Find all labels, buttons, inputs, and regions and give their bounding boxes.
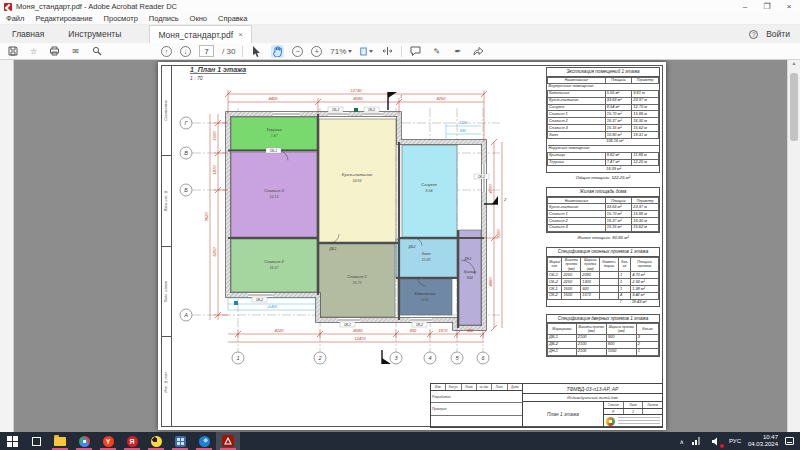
taskbar-photos-icon[interactable] (192, 432, 216, 450)
chevron-down-icon (369, 50, 373, 53)
zoom-in-button[interactable]: + (311, 46, 322, 57)
svg-text:9620: 9620 (204, 212, 209, 222)
svg-text:ОК-1: ОК-1 (344, 323, 351, 327)
volume-icon[interactable] (710, 435, 722, 447)
svg-text:1: 1 (400, 94, 402, 99)
close-button[interactable]: × (778, 0, 800, 13)
print-icon[interactable] (48, 45, 61, 58)
vertical-scrollbar[interactable]: ▲ (787, 60, 800, 432)
stamp-label: Инв. № подл. (164, 371, 168, 392)
taskbar: Y Я ∧ РУС 10:47 04.03.2024 (0, 432, 800, 450)
table-row: Кухня-гостиная33.63 м²23.97 м (548, 97, 659, 104)
save-icon[interactable] (6, 45, 19, 58)
table-row: Спальня 315.15 м²15.62 м (548, 224, 659, 231)
screen: Моня_стандарт.pdf - Adobe Acrobat Reader… (0, 0, 800, 450)
living-area-table: Жилая площадь дома Наименование Площадь … (546, 187, 660, 232)
task-view-button[interactable] (24, 432, 48, 450)
tab-tools[interactable]: Инструменты (56, 25, 133, 43)
start-button[interactable] (0, 432, 24, 450)
company-text (618, 417, 660, 426)
prev-page-button[interactable]: ↑ (161, 46, 172, 57)
stamp-label: Взам. инв. № (164, 190, 168, 211)
taskbar-yandex-icon[interactable]: Я (120, 432, 144, 450)
menu-window[interactable]: Окно (190, 14, 207, 23)
select-tool-icon[interactable] (250, 45, 263, 58)
table-row: Спальня 115.70 м²15.86 м (548, 211, 659, 218)
svg-text:2: 2 (317, 355, 321, 361)
svg-text:Санузел: Санузел (421, 182, 437, 187)
menu-view[interactable]: Просмотр (104, 14, 138, 23)
tray-chevron-icon[interactable]: ∧ (680, 438, 684, 445)
scrollbar-thumb[interactable] (790, 73, 798, 141)
table-row: Крыльцо8.62 м²11.88 м (548, 152, 659, 159)
zoom-out-button[interactable]: − (292, 46, 303, 57)
page-number-input[interactable]: 7 (199, 45, 214, 57)
fill-sign-icon[interactable]: ✒ (451, 45, 464, 58)
search-icon[interactable] (90, 45, 103, 58)
tab-close-icon[interactable]: × (238, 30, 243, 39)
comment-icon[interactable] (409, 45, 422, 58)
action-center-icon[interactable] (785, 437, 794, 445)
menu-sign[interactable]: Подпись (149, 14, 179, 23)
email-icon[interactable]: ✉ (69, 45, 82, 58)
svg-text:ДН-1: ДН-1 (464, 257, 472, 261)
taskbar-calculator-icon[interactable] (168, 432, 192, 450)
svg-text:12730: 12730 (350, 88, 362, 93)
tab-document[interactable]: Моня_стандарт.pdf × (149, 25, 251, 43)
svg-text:ОК-2: ОК-2 (368, 108, 375, 112)
explication-table: Экспликация помещений 1 этажа Наименован… (546, 67, 660, 173)
table-row: Спальня 216.37 м²16.30 м (548, 118, 659, 125)
scroll-up-icon[interactable]: ▲ (792, 60, 797, 66)
minimize-button[interactable]: – (734, 0, 756, 13)
svg-text:4220: 4220 (275, 328, 285, 333)
maximize-button[interactable]: ❐ (756, 0, 778, 13)
svg-text:А: А (183, 312, 188, 318)
svg-text:4250: 4250 (437, 96, 447, 101)
taskbar-explorer-icon[interactable] (48, 432, 72, 450)
menu-help[interactable]: Справка (218, 14, 247, 23)
svg-text:16.37: 16.37 (270, 266, 280, 270)
menu-file[interactable]: Файл (6, 14, 24, 23)
svg-text:Спальня 3: Спальня 3 (264, 188, 284, 193)
hand-tool-icon[interactable] (271, 45, 284, 58)
svg-text:8.62: 8.62 (467, 276, 473, 280)
page-view-icon[interactable] (360, 45, 373, 58)
clock[interactable]: 10:47 04.03.2024 (748, 434, 778, 448)
help-icon[interactable]: ? (749, 30, 758, 39)
chevron-down-icon (348, 50, 352, 53)
tab-home[interactable]: Главная (0, 25, 56, 43)
navigation-pane-strip[interactable] (0, 60, 14, 432)
network-icon[interactable] (691, 435, 703, 447)
svg-text:Кухня-гостиная: Кухня-гостиная (342, 172, 373, 177)
table-row: Кухня-гостиная33.63 м²23.97 м (548, 204, 659, 211)
svg-text:15.70: 15.70 (353, 281, 362, 285)
svg-text:В: В (184, 150, 188, 156)
star-icon[interactable]: ☆ (27, 45, 40, 58)
next-page-button[interactable]: ↓ (180, 46, 191, 57)
table-row: ОК-215001570 49.42 м² (548, 292, 659, 299)
date: 04.03.2024 (748, 441, 778, 448)
toolbar: ☆ ✉ ↑ ↓ 7 / 30 − + 71% ✎ ✒ (0, 43, 800, 60)
svg-text:ОБ-1: ОБ-1 (270, 149, 278, 153)
fit-width-icon[interactable] (381, 45, 394, 58)
tabbar: Главная Инструменты Моня_стандарт.pdf × … (0, 25, 800, 43)
table-row: ОБ-122502090 14.70 м² (548, 272, 659, 279)
signin-button[interactable]: Войти (766, 29, 790, 39)
menu-edit[interactable]: Редактирование (35, 14, 92, 23)
svg-text:10.80: 10.80 (422, 258, 431, 262)
table-row: Холл10.80 м²18.31 м (548, 132, 659, 139)
taskbar-yellow-app-icon[interactable] (144, 432, 168, 450)
pencil-icon[interactable]: ✎ (430, 45, 443, 58)
svg-text:ОК-2: ОК-2 (256, 298, 263, 302)
send-tool-icon[interactable] (472, 45, 485, 58)
language-indicator[interactable]: РУС (729, 438, 741, 444)
stamp-label: Согласовано (164, 100, 168, 121)
svg-text:1500: 1500 (212, 131, 217, 141)
svg-text:850: 850 (410, 328, 417, 333)
svg-text:15.15: 15.15 (270, 195, 279, 199)
zoom-level-dropdown[interactable]: 71% (330, 47, 352, 56)
svg-text:Котельная: Котельная (415, 291, 437, 296)
taskbar-chrome-icon[interactable] (72, 432, 96, 450)
taskbar-acrobat-icon[interactable] (216, 432, 240, 450)
taskbar-yandex-browser-icon[interactable]: Y (96, 432, 120, 450)
